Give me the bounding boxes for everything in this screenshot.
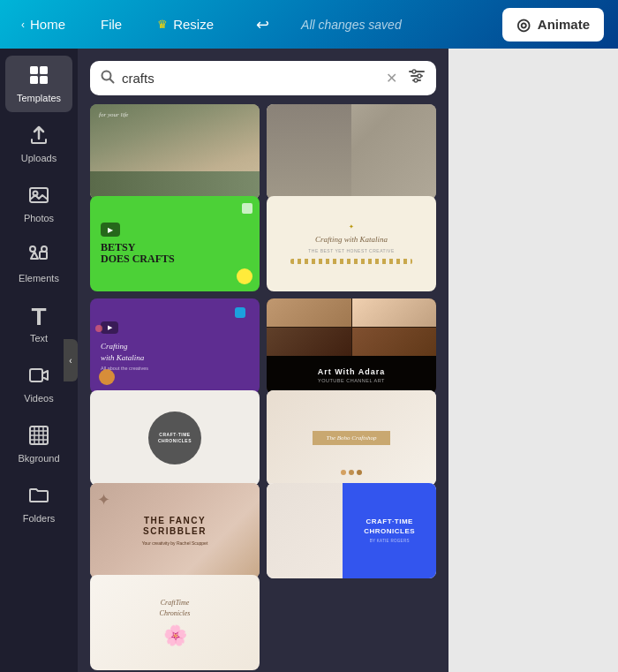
sidebar-elements-label: Elements — [19, 273, 59, 283]
videos-icon — [28, 365, 49, 389]
templates-icon — [28, 64, 49, 89]
template-scribbler-sub: Your creativity by Rachel Scuppet — [142, 540, 208, 546]
saved-status: All changes saved — [301, 18, 402, 32]
sidebar-folders-label: Folders — [23, 513, 56, 524]
sidebar-templates-label: Templates — [17, 93, 61, 103]
template-blue-title: CRAFT·TIMECHRONICLES — [364, 517, 415, 536]
template-card-adara[interactable]: Art With Adara YOUTUBE CHANNEL ART — [267, 298, 436, 394]
svg-rect-2 — [30, 76, 38, 84]
crown-icon: ♛ — [157, 18, 168, 31]
video-play-icon: ▶ — [101, 223, 120, 237]
photos-icon — [28, 185, 49, 209]
template-card-flower[interactable]: CraftTimeChronicles 🌸 — [90, 575, 260, 670]
sidebar-text-label: Text — [30, 333, 48, 344]
template-blue-right: CRAFT·TIMECHRONICLES BY KATIE ROGERS — [343, 483, 436, 578]
svg-point-22 — [412, 70, 416, 73]
svg-point-24 — [414, 79, 418, 82]
template-adara-title: Art With Adara — [318, 367, 386, 376]
svg-point-7 — [30, 246, 35, 252]
template-card-boho[interactable]: The Boho Craftshop — [267, 390, 436, 486]
file-label: File — [101, 17, 122, 32]
upload-icon — [28, 125, 49, 149]
template-card-1[interactable]: for your life — [90, 104, 260, 200]
svg-rect-0 — [30, 66, 38, 74]
search-icon — [101, 70, 115, 87]
canvas-area — [448, 49, 618, 672]
template-card-blue-split[interactable]: CRAFT·TIMECHRONICLES BY KATIE ROGERS — [267, 483, 436, 578]
sidebar-videos-label: Videos — [24, 393, 53, 404]
template-card-betsy[interactable]: ▶ BETSYDOES CRAFTS — [90, 196, 260, 291]
template-betsy-title: BETSYDOES CRAFTS — [101, 242, 175, 265]
search-filter-icon[interactable] — [408, 68, 426, 88]
template-katalina-title: Crafting with Katalina — [315, 234, 388, 245]
text-icon: T — [31, 305, 46, 329]
sidebar-item-elements[interactable]: Elements — [5, 236, 72, 292]
search-bar: ✕ — [90, 61, 436, 95]
template-flower-title: CraftTimeChronicles — [160, 598, 191, 619]
search-input[interactable] — [122, 71, 379, 86]
svg-point-8 — [41, 246, 47, 252]
file-button[interactable]: File — [94, 11, 129, 37]
panel-collapse-handle[interactable]: ‹ — [64, 339, 78, 381]
svg-rect-9 — [30, 369, 42, 381]
folders-icon — [28, 485, 49, 510]
template-blue-sub: BY KATIE ROGERS — [370, 539, 410, 543]
template-purple-title: Craftingwith Katalina — [101, 341, 249, 363]
template-card-craft-circle[interactable]: CRAFT·TIMECHRONICLES — [90, 390, 260, 486]
template-card-scribbler[interactable]: THE FANCYSCRIBBLER Your creativity by Ra… — [90, 483, 260, 578]
template-circle: CRAFT·TIMECHRONICLES — [148, 412, 201, 464]
template-adara-sub: YOUTUBE CHANNEL ART — [318, 378, 385, 383]
template-scribbler-title: THE FANCYSCRIBBLER — [143, 516, 207, 537]
sidebar-item-background[interactable]: Bkground — [5, 416, 72, 472]
sidebar-item-text[interactable]: T Text — [5, 296, 72, 352]
flower-icon: 🌸 — [163, 624, 187, 647]
chevron-left-icon: ‹ — [21, 19, 25, 31]
svg-line-18 — [110, 79, 114, 82]
video-icon: ▶ — [101, 321, 118, 334]
template-katalina-sub: THE BEST YET HONEST CREATIVE — [308, 248, 394, 253]
sidebar-item-uploads[interactable]: Uploads — [5, 116, 72, 172]
sidebar-background-label: Bkground — [18, 453, 59, 464]
undo-button[interactable]: ↩ — [249, 10, 276, 40]
sidebar-item-templates[interactable]: Templates — [5, 56, 72, 112]
animate-button[interactable]: ◎ Animate — [502, 8, 604, 42]
templates-grid: for your life ▶ BETSYDOES CRAFTS ✦ — [78, 104, 448, 672]
sidebar-item-folders[interactable]: Folders — [5, 476, 72, 532]
resize-label: Resize — [173, 17, 214, 32]
animate-label: Animate — [538, 17, 590, 32]
elements-icon — [27, 245, 50, 269]
templates-panel: ✕ for your life — [78, 49, 448, 672]
sidebar-photos-label: Photos — [24, 213, 54, 223]
template-card-purple[interactable]: ▶ Craftingwith Katalina All about the cr… — [90, 298, 260, 394]
sidebar-item-photos[interactable]: Photos — [5, 176, 72, 232]
template-purple-sub: All about the creatives — [101, 366, 249, 371]
background-icon — [28, 425, 49, 449]
animate-icon: ◎ — [516, 15, 531, 34]
template-circle-title: CRAFT·TIMECHRONICLES — [158, 432, 192, 444]
svg-rect-6 — [40, 252, 47, 259]
template-katalina-deco — [290, 259, 412, 264]
svg-point-23 — [418, 74, 421, 78]
search-clear-icon[interactable]: ✕ — [386, 70, 397, 87]
main-layout: Templates Uploads Photos — [0, 49, 618, 672]
sidebar-item-videos[interactable]: Videos — [5, 356, 72, 412]
template-card-katalina-cream[interactable]: ✦ Crafting with Katalina THE BEST YET HO… — [267, 196, 436, 291]
template-card-2[interactable] — [267, 104, 436, 200]
template-boho-title: The Boho Craftshop — [327, 434, 377, 442]
home-button[interactable]: ‹ Home — [14, 11, 72, 37]
template-adara-label: Art With Adara YOUTUBE CHANNEL ART — [267, 356, 436, 394]
resize-button[interactable]: ♛ Resize — [150, 11, 221, 37]
topbar: ‹ Home File ♛ Resize ↩ All changes saved… — [0, 0, 618, 49]
svg-rect-1 — [40, 66, 48, 74]
svg-rect-3 — [40, 76, 48, 84]
home-label: Home — [30, 17, 65, 32]
sidebar-uploads-label: Uploads — [21, 153, 57, 163]
svg-rect-4 — [30, 188, 48, 202]
